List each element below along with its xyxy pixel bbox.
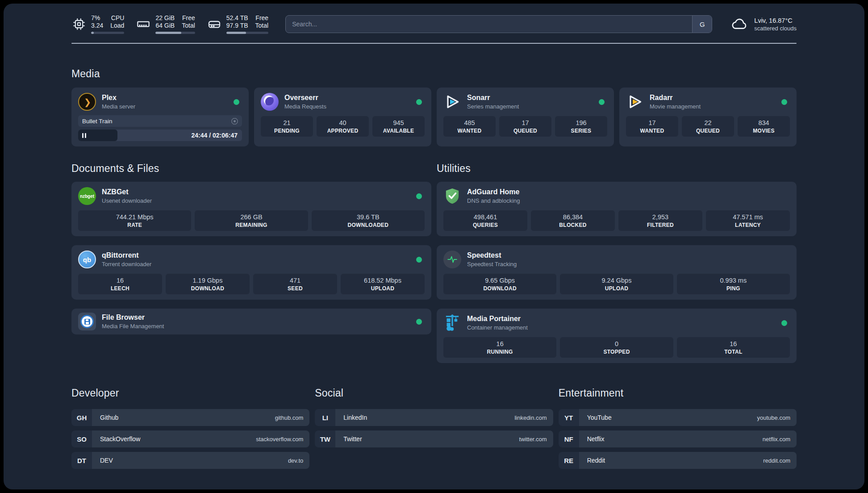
app-subtitle: Usenet downloader [102, 197, 152, 204]
stat-tile: 86,384BLOCKED [531, 210, 615, 231]
now-playing-row: Bullet Train [78, 115, 242, 127]
stat-value: 52.4 TB [226, 14, 248, 22]
app-card-adguard[interactable]: AdGuard Home DNS and adblocking 498,461Q… [437, 182, 797, 236]
stat-tile: 945AVAILABLE [372, 116, 425, 137]
link-abbr-badge: TW [315, 430, 335, 447]
link-url: youtube.com [757, 414, 790, 421]
app-title: File Browser [102, 313, 164, 322]
link-twitter[interactable]: TW Twittertwitter.com [315, 430, 553, 447]
memory-stat: 22 GiB64 GiB FreeTotal [136, 14, 195, 34]
stat-tile: 1.19 GbpsDOWNLOAD [166, 274, 250, 294]
status-dot [416, 257, 422, 263]
status-dot [781, 99, 787, 105]
weather-condition: scattered clouds [754, 25, 797, 32]
utilities-column: Utilities AdGuard Home DNS and adblockin… [437, 163, 797, 372]
app-subtitle: Container management [467, 324, 528, 331]
storage-stat: 52.4 TB97.9 TB FreeTotal [207, 14, 268, 34]
search-input[interactable] [286, 16, 692, 33]
link-name: Reddit [587, 457, 605, 464]
radarr-icon [626, 93, 644, 111]
status-dot [234, 99, 239, 105]
storage-icon [207, 17, 222, 32]
link-stackoverflow[interactable]: SO StackOverflowstackoverflow.com [71, 430, 309, 447]
link-url: twitter.com [519, 436, 547, 443]
link-youtube[interactable]: YT YouTubeyoutube.com [559, 409, 797, 426]
app-title: NZBGet [102, 188, 152, 196]
app-title: Radarr [650, 94, 701, 102]
stat-tile: 39.6 TBDOWNLOADED [312, 210, 425, 231]
playback-progress: 24:44 / 02:06:47 [78, 130, 242, 141]
now-playing-title: Bullet Train [82, 118, 113, 125]
stat-value: 64 GiB [155, 22, 175, 29]
qbittorrent-icon: qb [78, 251, 96, 268]
link-url: reddit.com [763, 457, 790, 464]
status-dot [781, 320, 787, 326]
app-card-speedtest[interactable]: Speedtest Speedtest Tracking 9.65 GbpsDO… [437, 245, 797, 300]
link-dev-to[interactable]: DT DEVdev.to [71, 452, 309, 469]
storage-progress-bar [226, 32, 268, 34]
status-dot [599, 99, 605, 105]
stat-value: 3.24 [91, 22, 103, 29]
stat-tile: 16LEECH [78, 274, 162, 294]
stat-tile: 17QUEUED [499, 116, 551, 137]
memory-progress-bar [155, 32, 195, 34]
app-card-qbittorrent[interactable]: qb qBittorrent Torrent downloader 16LEEC… [71, 245, 431, 300]
app-card-radarr[interactable]: Radarr Movie management 17WANTED 22QUEUE… [619, 88, 797, 146]
app-card-portainer[interactable]: Media Portainer Container management 16R… [437, 309, 797, 363]
app-title: AdGuard Home [467, 188, 520, 196]
link-name: Twitter [343, 435, 362, 443]
stat-tile: 21PENDING [261, 116, 313, 137]
link-netflix[interactable]: NF Netflixnetflix.com [559, 430, 797, 447]
cpu-stat: 7%3.24 CPULoad [71, 14, 124, 34]
link-name: YouTube [587, 414, 612, 421]
media-card-grid: ❯ Plex Media server Bullet Train [71, 88, 797, 146]
link-reddit[interactable]: RE Redditreddit.com [559, 452, 797, 469]
app-card-sonarr[interactable]: Sonarr Series management 485WANTED 17QUE… [437, 88, 614, 146]
link-url: dev.to [288, 457, 303, 464]
stat-tile: 40APPROVED [317, 116, 369, 137]
stat-label: Load [110, 22, 124, 29]
link-abbr-badge: GH [71, 409, 92, 426]
stat-label: Free [182, 14, 195, 22]
stat-tile: 16TOTAL [677, 337, 790, 358]
top-bar: 7%3.24 CPULoad 22 GiB64 GiB FreeTotal [71, 14, 797, 34]
portainer-icon [443, 314, 461, 332]
memory-icon [136, 17, 151, 32]
stat-tile: 196SERIES [555, 116, 607, 137]
app-title: Sonarr [467, 94, 519, 102]
cpu-icon [71, 17, 87, 32]
app-subtitle: DNS and adblocking [467, 197, 520, 204]
app-subtitle: Movie management [650, 103, 701, 110]
cast-icon [231, 118, 238, 125]
app-subtitle: Speedtest Tracking [467, 261, 517, 267]
stat-tile: 618.52 MbpsUPLOAD [341, 274, 425, 294]
entertainment-links: Entertainment YT YouTubeyoutube.com NF N… [559, 387, 797, 473]
stat-tile: 498,461QUERIES [443, 210, 527, 231]
stat-label: Free [255, 14, 269, 22]
weather-location: Lviv, 16.87°C [754, 17, 797, 24]
app-title: Speedtest [467, 251, 517, 259]
search-provider-button[interactable]: G [692, 16, 712, 33]
stat-tile: 834MOVIES [738, 116, 790, 137]
stat-tile: 485WANTED [443, 116, 496, 137]
app-card-plex[interactable]: ❯ Plex Media server Bullet Train [71, 88, 249, 146]
stat-label: CPU [110, 14, 124, 22]
app-card-filebrowser[interactable]: File Browser Media File Management [71, 309, 431, 334]
nzbget-icon: nzbget [78, 187, 96, 205]
app-card-nzbget[interactable]: nzbget NZBGet Usenet downloader 744.21 M… [71, 182, 431, 236]
app-card-overseerr[interactable]: Overseerr Media Requests 21PENDING 40APP… [254, 88, 431, 146]
link-linkedin[interactable]: LI LinkedInlinkedin.com [315, 409, 553, 426]
stat-label: Total [255, 22, 269, 29]
app-title: Plex [102, 94, 135, 102]
app-title: Overseerr [284, 94, 326, 102]
app-title: qBittorrent [102, 251, 151, 259]
cloud-icon [730, 15, 749, 33]
link-name: Netflix [587, 435, 605, 443]
social-links: Social LI LinkedInlinkedin.com TW Twitte… [315, 387, 553, 473]
link-github[interactable]: GH Githubgithub.com [71, 409, 309, 426]
section-heading-utilities: Utilities [437, 163, 797, 175]
stat-tile: 47.571 msLATENCY [706, 210, 790, 231]
app-title: Media Portainer [467, 315, 528, 323]
app-subtitle: Media Requests [284, 103, 326, 110]
adguard-icon [443, 187, 461, 205]
